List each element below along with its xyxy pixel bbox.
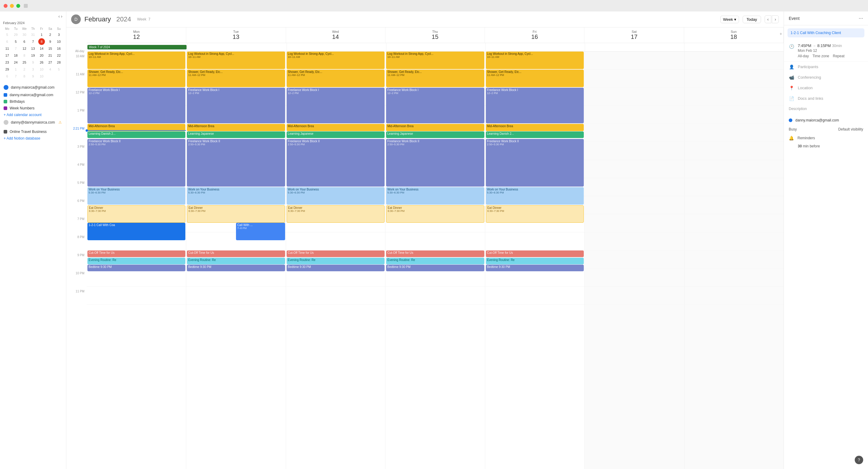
day-cell-19[interactable]: 19	[30, 52, 36, 59]
add-calendar-button[interactable]: + Add calendar account	[0, 112, 66, 118]
day-header-mon[interactable]: Mon 12	[87, 27, 186, 43]
day-cell-10[interactable]: 10	[56, 38, 62, 45]
allday-cell-fri[interactable]	[486, 43, 585, 51]
day-cell-13[interactable]: 13	[30, 45, 36, 52]
maximize-button[interactable]	[16, 4, 20, 8]
event-bedtime-wed[interactable]: Bedtime 9:30 PM	[287, 264, 384, 271]
day-col-wed[interactable]: Log Workout in Strong App, Cycl... 10–11…	[286, 52, 385, 469]
day-col-tue[interactable]: Log Workout in Strong App, Cycl... 10–11…	[186, 52, 286, 469]
day-cell-2-mar[interactable]: 2	[21, 66, 28, 73]
day-cell-23[interactable]: 23	[4, 59, 10, 66]
day-cell-3-mar[interactable]: 3	[30, 66, 36, 73]
day-cell-9[interactable]: 9	[47, 38, 54, 45]
day-cell-21[interactable]: 21	[47, 52, 54, 59]
day-cell-12[interactable]: 12	[21, 45, 28, 52]
day-cell-25[interactable]: 25	[21, 59, 28, 66]
event-cutoff-mon[interactable]: Cut-Off Time for Us	[87, 250, 185, 257]
event-callwith-tue[interactable]: Call With ... 7–8 PM	[236, 223, 285, 240]
event-coaching-mon[interactable]: 1-2-1 Call With Coa	[87, 223, 185, 240]
day-header-sat[interactable]: Sat 17	[584, 27, 684, 43]
day-cell-7[interactable]: 7	[30, 38, 36, 45]
view-mode-select[interactable]: Week ▾	[720, 16, 739, 23]
selected-event-button[interactable]: 1-2-1 Call With Coaching Client	[787, 28, 864, 37]
day-col-sun[interactable]	[684, 52, 784, 469]
day-cell-2[interactable]: 2	[47, 31, 54, 38]
sidebar-item-birthdays[interactable]: Birthdays	[0, 98, 66, 105]
day-header-tue[interactable]: Tue 13	[186, 27, 286, 43]
event-dinner-fri[interactable]: Eat Dinner 6:30–7:30 PM	[486, 205, 584, 223]
event-learning-fri[interactable]: Learning Danish 2...	[486, 131, 584, 138]
nav-up-arrow[interactable]: ‹	[59, 14, 60, 19]
day-header-thu[interactable]: Thu 15	[385, 27, 485, 43]
event-learning-thu[interactable]: Learning Japanese	[386, 131, 484, 138]
event-midafternoon-wed[interactable]: Mid-Afternoon Brea	[287, 124, 384, 131]
event-cutoff-wed[interactable]: Cut-Off Time for Us	[287, 250, 384, 257]
event-midafternoon-thu[interactable]: Mid-Afternoon Brea	[386, 124, 484, 131]
event-freelance1-mon[interactable]: Freelance Work Block I 12–2 PM	[87, 88, 185, 123]
event-dinner-mon[interactable]: Eat Dinner 6:30–7:30 PM	[87, 205, 185, 223]
event-learning-mon[interactable]: Learning Danish 2...	[87, 131, 185, 138]
event-evening-wed[interactable]: Evening Routine: Re	[287, 258, 384, 264]
day-cell-7-mar[interactable]: 7	[12, 73, 19, 80]
event-shower-thu[interactable]: Shower, Get Ready, Etc... 11 AM–12 PM	[386, 70, 484, 87]
allday-cell-wed[interactable]	[287, 43, 386, 51]
event-dinner-thu[interactable]: Eat Dinner 6:30–7:30 PM	[386, 205, 484, 223]
allday-cell-sat[interactable]	[585, 43, 684, 51]
event-freelance2-wed[interactable]: Freelance Work Block II 2:50–5:30 PM	[287, 139, 384, 187]
event-bedtime-tue[interactable]: Bedtime 9:30 PM	[187, 264, 285, 271]
day-cell-16[interactable]: 16	[56, 45, 62, 52]
allday-option[interactable]: All-day	[798, 54, 809, 58]
event-midafternoon-tue[interactable]: Mid-Afternoon Brea	[187, 124, 285, 131]
event-learning-wed[interactable]: Learning Japanese	[287, 131, 384, 138]
event-work-thu[interactable]: Work on Your Business 5:30–6:30 PM	[386, 187, 484, 205]
day-cell-1-mar[interactable]: 1	[12, 66, 19, 73]
add-notion-button[interactable]: + Add Notion database	[0, 135, 66, 142]
event-freelance2-mon[interactable]: Freelance Work Block II 2:50–5:30 PM	[87, 139, 185, 187]
minimize-button[interactable]	[10, 4, 14, 8]
day-cell-8-today[interactable]: 8	[38, 38, 45, 45]
event-log-workout-fri[interactable]: Log Workout in Strong App, Cycl... 10–11…	[486, 52, 584, 69]
repeat-option[interactable]: Repeat	[833, 54, 844, 58]
event-log-workout-tue[interactable]: Log Workout in Strong App, Cycl... 10–11…	[187, 52, 285, 69]
day-cell-22[interactable]: 22	[56, 52, 62, 59]
event-dinner-tue[interactable]: Eat Dinner 6:30–7:30 PM	[187, 205, 285, 223]
user-avatar[interactable]: D	[71, 14, 81, 24]
day-cell-24[interactable]: 24	[12, 59, 19, 66]
help-button[interactable]: ?	[855, 456, 863, 464]
day-cell-29-feb[interactable]: 29	[4, 66, 10, 73]
event-shower-fri[interactable]: Shower, Get Ready, Etc... 11 AM–12 PM	[486, 70, 584, 87]
allday-cell-tue[interactable]	[187, 43, 287, 51]
event-midafternoon-fri[interactable]: Mid-Afternoon Brea	[486, 124, 584, 131]
event-evening-tue[interactable]: Evening Routine: Re	[187, 258, 285, 264]
event-bedtime-fri[interactable]: Bedtime 9:30 PM	[486, 264, 584, 271]
day-header-sun[interactable]: Sun 18 +	[684, 27, 784, 43]
nav-down-arrow[interactable]: ›	[61, 14, 62, 19]
event-bedtime-mon[interactable]: Bedtime 9:30 PM	[87, 264, 185, 271]
day-cell-28[interactable]: 28	[56, 59, 62, 66]
event-evening-fri[interactable]: Evening Routine: Re	[486, 258, 584, 264]
event-work-tue[interactable]: Work on Your Business 5:30–6:30 PM	[187, 187, 285, 205]
event-work-fri[interactable]: Work on Your Business 5:30–6:30 PM	[486, 187, 584, 205]
event-log-workout-wed[interactable]: Log Workout in Strong App, Cycl... 10–11…	[287, 52, 384, 69]
event-log-workout-mon[interactable]: Log Workout in Strong App, Cycl... 10–11…	[87, 52, 185, 69]
day-cell-3[interactable]: 3	[56, 31, 62, 38]
event-freelance2-thu[interactable]: Freelance Work Block II 2:50–5:30 PM	[386, 139, 484, 187]
day-cell-5-mar[interactable]: 5	[56, 66, 62, 73]
day-col-fri[interactable]: Log Workout in Strong App, Cycl... 10–11…	[485, 52, 585, 469]
day-cell-6-mar[interactable]: 6	[4, 73, 10, 80]
event-learning-tue[interactable]: Learning Japanese	[187, 131, 285, 138]
day-cell-9-mar[interactable]: 9	[30, 73, 36, 80]
day-header-wed[interactable]: Wed 14	[286, 27, 385, 43]
week7-event[interactable]: Week 7 of 2024	[87, 45, 187, 50]
panel-options-button[interactable]: ···	[859, 15, 863, 22]
day-cell-26[interactable]: 26	[38, 59, 45, 66]
allday-cell-thu[interactable]	[386, 43, 486, 51]
day-cell-14[interactable]: 14	[38, 45, 45, 52]
allday-cell-sun[interactable]	[684, 43, 784, 51]
day-cell-6[interactable]: 6	[21, 38, 28, 45]
day-header-fri[interactable]: Fri 16	[485, 27, 584, 43]
day-cell-31[interactable]: 31	[30, 31, 36, 38]
day-cell-20[interactable]: 20	[38, 52, 45, 59]
event-freelance2-tue[interactable]: Freelance Work Block II 2:50–5:30 PM	[187, 139, 285, 187]
day-col-mon[interactable]: Log Workout in Strong App, Cycl... 10–11…	[87, 52, 186, 469]
